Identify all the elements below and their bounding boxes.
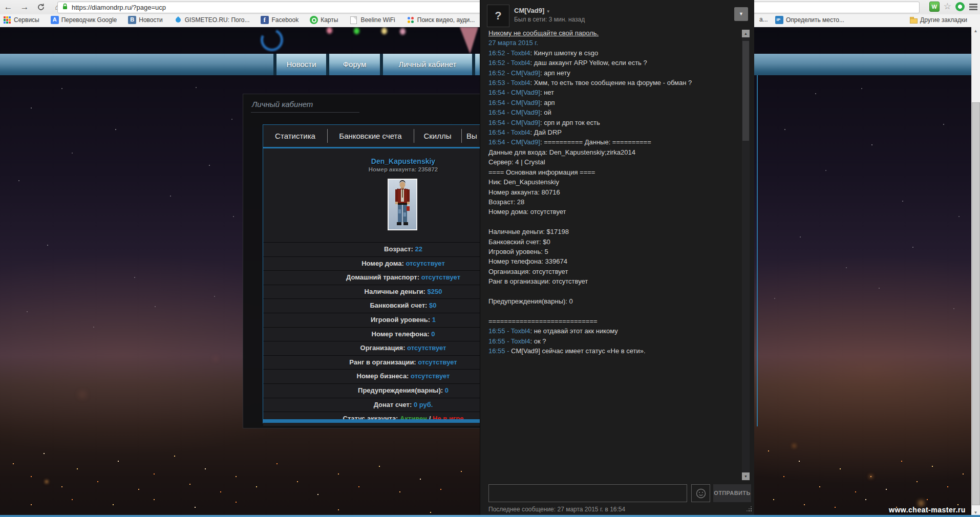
stat-value: отсутствует <box>411 372 450 380</box>
chat-line-plain: ==== Основная информация ==== <box>488 167 740 177</box>
character-avatar <box>388 179 417 230</box>
bookmark-label: GISMETEO.RU: Пого... <box>185 16 250 24</box>
page-scrollbar-thumb[interactable] <box>972 102 980 505</box>
stat-value: 22 <box>415 245 422 253</box>
tab-separator <box>414 129 414 143</box>
bookmark-page[interactable]: Beeline WiFi <box>349 16 395 24</box>
chat-user-status: Был в сети: 3 мин. назад <box>514 16 585 23</box>
tab-separator <box>461 129 462 143</box>
chat-line-plain: Номер аккаунта: 80716 <box>488 187 740 197</box>
bookmark-drop[interactable]: GISMETEO.RU: Пого... <box>174 16 250 24</box>
chat-scroll-down-icon[interactable]: ▼ <box>742 472 750 480</box>
stat-value: 0 <box>431 330 435 338</box>
bookmark-flower[interactable]: Поиск видео, ауди... <box>407 16 475 24</box>
bookmark-label: Поиск видео, ауди... <box>417 16 475 24</box>
chat-line-blank <box>488 287 740 296</box>
flower-icon <box>407 16 415 24</box>
chat-line-msg: 16:52 - CM[Vad9]: арп нету <box>488 68 740 78</box>
chat-line-plain: Банковский счет: $0 <box>488 237 740 247</box>
chat-line-plain: Возраст: 28 <box>488 197 740 207</box>
chat-window: ? CM[Vad9] ▼ Был в сети: 3 мин. назад ▼ … <box>480 0 754 515</box>
bookmark-translate[interactable]: Переводчик Google <box>51 16 117 24</box>
back-icon[interactable]: ← <box>2 2 14 13</box>
wot-extension-icon[interactable]: W <box>929 2 940 12</box>
chat-line-msg: 16:53 - Toxbl4: Хмм, то есть твое сообще… <box>488 78 740 88</box>
https-lock-icon <box>61 3 69 12</box>
url-text[interactable]: https://diamondrp.ru/?page=ucp <box>72 4 166 11</box>
chat-line-notice: Никому не сообщайте свой пароль. <box>488 28 740 38</box>
forward-icon[interactable]: → <box>18 2 31 13</box>
chat-message-list: Никому не сообщайте свой пароль.27 марта… <box>480 28 740 481</box>
chat-line-plain: ============================ <box>488 316 740 326</box>
page-scroll-up-icon[interactable]: ▲ <box>971 27 980 35</box>
chat-line-msg: 16:54 - CM[Vad9]: ========== Данные: ===… <box>488 137 740 147</box>
send-button[interactable]: ОТПРАВИТЬ <box>713 484 751 502</box>
stat-label: Домашний транспорт: <box>346 273 421 281</box>
chat-line-plain: Ранг в организации: отсутствует <box>488 276 740 286</box>
garland-ornament-icon <box>258 27 286 54</box>
resize-grip[interactable] <box>747 506 752 511</box>
watermark: www.cheat-master.ru <box>889 506 966 514</box>
garland-bulb-icon <box>354 28 359 34</box>
chat-line-plain: Номер дома: отсутствует <box>488 207 740 217</box>
maps-icon <box>310 16 318 24</box>
chat-line-plain: Данные для входа: Den_Kapustenskiy;zirka… <box>488 147 740 157</box>
stat-value: отсутствует <box>407 344 446 352</box>
bookmark-maps[interactable]: Карты <box>310 16 338 24</box>
bookmark-label: Facebook <box>271 16 299 24</box>
bookmark-truncated[interactable]: а... <box>759 16 768 23</box>
chat-line-msg: 16:54 - Toxbl4: Дай DRP <box>488 127 740 137</box>
bookmarks-list: СервисыПереводчик GoogleНовостиGISMETEO.… <box>3 16 526 24</box>
bookmark-label: Сервисы <box>14 16 39 24</box>
chat-line-plain: Номер телефона: 339674 <box>488 256 740 266</box>
chat-scrollbar-thumb[interactable] <box>742 41 749 141</box>
stat-label: Ранг в организации: <box>349 358 418 366</box>
garland-bulb-icon <box>327 27 332 34</box>
refresh-icon[interactable] <box>35 2 47 13</box>
chrome-menu-icon[interactable] <box>969 2 978 11</box>
bookmark-vk[interactable]: Новости <box>128 16 162 24</box>
chat-message-input[interactable] <box>488 484 687 502</box>
emoji-button[interactable] <box>691 484 710 502</box>
smiley-icon <box>695 488 707 499</box>
stat-label: Наличные деньги: <box>365 288 428 295</box>
stat-value: 0 <box>445 386 449 394</box>
stat-label: Донат счет: <box>374 401 414 408</box>
stat-label: Игровой уровень: <box>371 316 432 324</box>
chat-collapse-button[interactable]: ▼ <box>734 7 748 21</box>
other-bookmarks[interactable]: Другие закладки <box>909 16 967 24</box>
stat-value: отсутствует <box>406 260 444 267</box>
nav-button-2[interactable]: Личный кабинет <box>383 54 472 75</box>
chat-line-msg: 16:54 - CM[Vad9]: нет <box>488 88 740 97</box>
chat-line-plain: Организация: отсутствует <box>488 267 740 276</box>
chat-line-msg: 16:54 - CM[Vad9]: срп и дрп ток есть <box>488 118 740 127</box>
green-extension-icon[interactable] <box>955 2 965 11</box>
bookmark-facebook[interactable]: Facebook <box>261 16 299 24</box>
tab-1[interactable]: Банковские счета <box>327 125 414 147</box>
chat-avatar[interactable]: ? <box>487 5 509 27</box>
chat-scroll-up-icon[interactable]: ▲ <box>742 30 750 37</box>
stat-label: Номер бизнеса: <box>357 372 411 380</box>
chat-line-plain: Ник: Den_Kapustenskiy <box>488 177 740 187</box>
bookmark-star-icon[interactable]: ☆ <box>944 2 951 12</box>
folder-icon <box>909 16 918 24</box>
bookmark-label: Beeline WiFi <box>360 16 395 24</box>
bookmark-geo[interactable]: Определить место... <box>775 16 844 24</box>
facebook-icon <box>261 16 269 24</box>
chat-line-msg: 16:52 - Toxbl4: Кинул шмотку в csgo <box>488 48 740 58</box>
chat-last-message: Последнее сообщение: 27 марта 2015 г. в … <box>488 506 625 513</box>
garland-bulb-icon <box>381 28 387 34</box>
nav-button-1[interactable]: Форум <box>329 54 380 75</box>
nav-button-0[interactable]: Новости <box>276 54 326 75</box>
stat-value: 0 руб. <box>414 401 433 408</box>
tab-2[interactable]: Скиллы <box>414 125 461 147</box>
chat-title[interactable]: CM[Vad9] ▼ <box>514 7 550 14</box>
garland-bulb-icon <box>400 28 406 35</box>
stat-label: Номер телефона: <box>372 330 432 338</box>
bookmark-label: Карты <box>321 16 338 24</box>
chat-line-date: 27 марта 2015 г. <box>488 38 740 48</box>
content-wrapper-border <box>757 75 758 426</box>
tab-0[interactable]: Статистика <box>263 125 327 147</box>
nav-separator <box>472 54 475 75</box>
bookmark-grid[interactable]: Сервисы <box>3 16 39 24</box>
